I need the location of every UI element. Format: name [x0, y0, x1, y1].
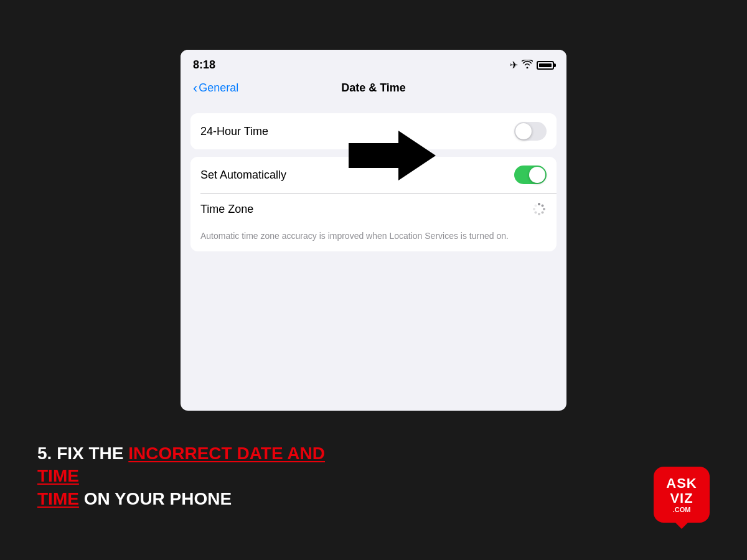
airplane-icon: ✈ — [510, 59, 518, 71]
askviz-logo: ASK VIZ .com — [654, 467, 710, 523]
hint-text: Automatic time zone accuracy is improved… — [190, 225, 557, 251]
nav-bar: ‹ General Date & Time — [181, 77, 566, 101]
logo-line2: VIZ — [670, 491, 693, 506]
toggle-set-auto[interactable] — [514, 166, 547, 184]
caption-suffix: ON YOUR PHONE — [79, 489, 232, 508]
logo-line1: ASK — [666, 476, 697, 491]
caption-prefix: 5. FIX THE — [37, 444, 128, 463]
wifi-icon — [522, 60, 533, 71]
svg-point-3 — [542, 212, 544, 214]
settings-body: 24-Hour Time Set Automatically Time Zone — [181, 101, 566, 271]
section-24hour: 24-Hour Time — [190, 113, 557, 149]
row-24hour-label: 24-Hour Time — [200, 125, 268, 138]
phone-frame: 8:18 ✈ ‹ General Date & Time — [181, 50, 566, 411]
svg-point-6 — [533, 208, 535, 210]
toggle-24hour[interactable] — [514, 122, 547, 141]
back-label: General — [199, 82, 238, 95]
section-automatic: Set Automatically Time Zone — [190, 157, 557, 251]
back-chevron-icon: ‹ — [193, 80, 197, 96]
row-timezone-label: Time Zone — [200, 203, 253, 216]
step-text: 5. FIX THE INCORRECT DATE AND TIMETIME O… — [37, 442, 349, 510]
row-set-auto-label: Set Automatically — [200, 169, 286, 182]
bottom-caption: 5. FIX THE INCORRECT DATE AND TIMETIME O… — [37, 442, 349, 510]
svg-point-0 — [538, 203, 540, 205]
svg-point-5 — [535, 212, 537, 214]
row-time-zone: Time Zone — [190, 193, 557, 225]
toggle-set-auto-thumb — [529, 167, 545, 183]
row-set-automatically: Set Automatically — [190, 157, 557, 193]
spinner-icon — [532, 202, 547, 217]
battery-icon — [537, 61, 554, 70]
status-time: 8:18 — [193, 58, 215, 72]
status-bar: 8:18 ✈ — [181, 50, 566, 77]
svg-point-2 — [543, 208, 545, 210]
row-24hour-time: 24-Hour Time — [190, 113, 557, 149]
svg-point-7 — [535, 205, 537, 207]
svg-point-1 — [542, 205, 544, 207]
back-button[interactable]: ‹ General — [193, 80, 238, 96]
logo-sub: .com — [673, 506, 691, 513]
status-icons: ✈ — [510, 59, 554, 71]
page-title: Date & Time — [341, 82, 406, 95]
caption-highlight2: TIME — [37, 489, 79, 508]
toggle-24hour-thumb — [515, 123, 532, 139]
svg-point-4 — [538, 213, 540, 215]
